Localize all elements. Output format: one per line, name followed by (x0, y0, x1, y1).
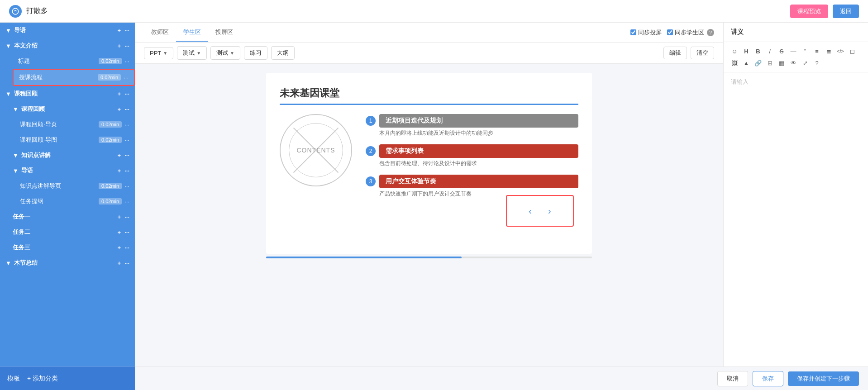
sidebar-item-knowledge[interactable]: ▼ 知识点讲解 + ··· (7, 147, 135, 163)
save-next-button[interactable]: 保存并创建下一步骤 (788, 371, 859, 386)
more-icon[interactable]: ··· (124, 229, 129, 236)
inline-code-icon[interactable]: ◻ (847, 46, 858, 57)
save-button[interactable]: 保存 (753, 371, 783, 386)
ul-icon[interactable]: ≡ (811, 46, 822, 57)
more-icon[interactable]: ··· (124, 27, 129, 34)
add-icon[interactable]: + (118, 27, 121, 34)
sidebar-item-intro[interactable]: ▼ 本文介绍 + ··· (0, 38, 135, 53)
tab-screen[interactable]: 投屏区 (208, 24, 240, 42)
more-icon[interactable]: ··· (124, 167, 129, 174)
next-slide-button[interactable]: › (544, 204, 555, 218)
more-icon[interactable]: ··· (124, 74, 129, 81)
more-icon[interactable]: ··· (124, 260, 129, 266)
more-icon[interactable]: ··· (124, 244, 129, 251)
test1-button[interactable]: 测试 ▼ (177, 46, 207, 60)
more-icon[interactable]: ··· (124, 106, 129, 113)
sync-student-label: 同步学生区 (675, 29, 704, 37)
sync-screen-input[interactable] (630, 29, 636, 35)
outline-button[interactable]: 大纲 (271, 46, 295, 60)
sidebar-item-review-sub[interactable]: ▼ 课程回顾 + ··· (7, 101, 135, 117)
help-editor-icon[interactable]: ? (811, 57, 822, 68)
section-actions: + ··· (118, 152, 129, 159)
more-icon[interactable]: ··· (124, 152, 129, 159)
more-icon[interactable]: ··· (124, 214, 129, 220)
sidebar-item-summary[interactable]: ▼ 木节总结 + ··· (0, 255, 135, 271)
add-icon[interactable]: + (118, 90, 121, 97)
sidebar-item-label: 任务一 (13, 213, 30, 221)
add-icon[interactable]: + (118, 214, 121, 220)
add-icon[interactable]: + (118, 244, 121, 251)
outline-label: 大纲 (277, 49, 289, 57)
more-icon[interactable]: ··· (124, 121, 129, 128)
sidebar-item-task2[interactable]: 任务二 + ··· (7, 224, 135, 240)
quote-icon[interactable]: " (800, 46, 811, 57)
sidebar-item-title[interactable]: 标题 0.02min ··· (13, 53, 135, 69)
sidebar-item-task1[interactable]: 任务一 + ··· (7, 209, 135, 224)
sidebar-item-task3[interactable]: 任务三 + ··· (7, 240, 135, 255)
tab-student[interactable]: 学生区 (176, 24, 208, 42)
sidebar-item-task-outline[interactable]: 任务提纲 0.02min ··· (14, 194, 135, 209)
sidebar-content: ▼ 导语 + ··· ▼ 本文介绍 + ··· 标题 0.02min (0, 23, 135, 366)
prev-slide-button[interactable]: ‹ (525, 204, 535, 218)
add-icon[interactable]: + (118, 260, 121, 266)
add-icon[interactable]: + (118, 152, 121, 159)
ppt-button[interactable]: PPT ▼ (144, 47, 173, 59)
add-icon[interactable]: + (118, 167, 121, 174)
sync-student-input[interactable] (667, 29, 673, 35)
section-actions: + ··· (118, 214, 129, 220)
sidebar-item-review[interactable]: ▼ 课程回顾 + ··· (0, 86, 135, 101)
section-actions: + ··· (118, 244, 129, 251)
more-icon[interactable]: ··· (124, 58, 129, 65)
test2-button[interactable]: 测试 ▼ (210, 46, 240, 60)
help-icon[interactable]: ? (707, 29, 714, 36)
footer-add-label[interactable]: + 添加分类 (27, 375, 58, 383)
cancel-button[interactable]: 取消 (717, 371, 748, 386)
ol-icon[interactable]: ≣ (823, 46, 834, 57)
return-button[interactable]: 返回 (833, 5, 859, 18)
slide-item-3: 3 用户交互体验节奏 产品快速推广期下的用户设计交互节奏 (366, 175, 578, 198)
add-icon[interactable]: + (118, 43, 121, 49)
sync-student-checkbox[interactable]: 同步学生区 ? (667, 29, 714, 37)
chevron-down-icon: ▼ (163, 51, 167, 56)
edit-button[interactable]: 编辑 (663, 47, 687, 59)
emoji-icon[interactable]: ☺ (729, 46, 740, 57)
add-icon[interactable]: + (118, 106, 121, 113)
header: 打散多 课程预览 返回 (0, 0, 868, 23)
more-icon[interactable]: ··· (124, 90, 129, 97)
item-label: 课程回顾·导页 (20, 120, 99, 128)
sidebar-item-knowledge-guide[interactable]: 知识点讲解导页 0.02min ··· (14, 178, 135, 194)
upload-icon[interactable]: ▲ (741, 57, 752, 68)
practice-button[interactable]: 练习 (244, 46, 267, 60)
sidebar-item-review-map[interactable]: 课程回顾·导图 0.02min ··· (14, 132, 135, 147)
grid-icon[interactable]: ▦ (776, 57, 787, 68)
divider-icon[interactable]: — (788, 46, 799, 57)
table-icon[interactable]: ⊞ (764, 57, 775, 68)
sidebar-footer[interactable]: 模板 + 添加分类 (0, 366, 135, 390)
editor-input-placeholder[interactable]: 请输入 (724, 72, 868, 390)
more-icon[interactable]: ··· (124, 198, 129, 205)
sidebar-item-teaching-flow[interactable]: 授课流程 0.02min ··· (13, 69, 135, 86)
sync-screen-checkbox[interactable]: 同步投屏 (630, 29, 662, 37)
eye-icon[interactable]: 👁 (788, 57, 799, 68)
add-icon[interactable]: + (118, 229, 121, 236)
sidebar-item-review-guide[interactable]: 课程回顾·导页 0.02min ··· (14, 117, 135, 132)
image-icon[interactable]: 🖼 (729, 57, 740, 68)
footer-template-label[interactable]: 模板 (7, 375, 20, 383)
clear-button[interactable]: 清空 (691, 47, 714, 59)
section-actions: + ··· (118, 167, 129, 174)
sidebar-item-guide2[interactable]: ▼ 导语 + ··· (7, 163, 135, 178)
tab-teacher[interactable]: 教师区 (144, 24, 176, 42)
code-icon[interactable]: </> (835, 46, 846, 57)
strikethrough-icon[interactable]: S (776, 46, 787, 57)
sidebar-item-guide[interactable]: ▼ 导语 + ··· (0, 23, 135, 38)
slide-item-row-2: 2 需求事项列表 (366, 144, 578, 158)
link-icon[interactable]: 🔗 (753, 57, 763, 68)
italic-icon[interactable]: I (764, 46, 775, 57)
more-icon[interactable]: ··· (124, 183, 129, 190)
expand-icon[interactable]: ⤢ (800, 57, 811, 68)
more-icon[interactable]: ··· (124, 43, 129, 49)
more-icon[interactable]: ··· (124, 137, 129, 143)
preview-button[interactable]: 课程预览 (790, 5, 828, 18)
bold-icon[interactable]: B (753, 46, 763, 57)
heading-icon[interactable]: H (741, 46, 752, 57)
